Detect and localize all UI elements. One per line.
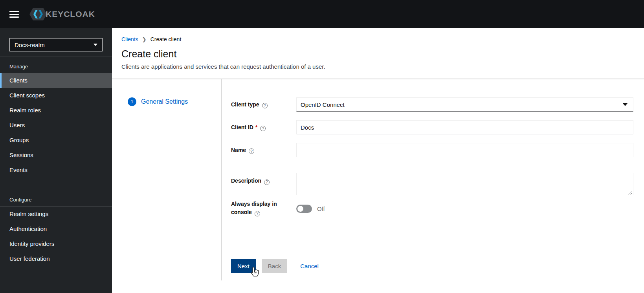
sidebar-item-client-scopes[interactable]: Client scopes bbox=[0, 88, 112, 103]
keycloak-logo-text: KEYCLOAK bbox=[46, 9, 95, 19]
sidebar-item-realm-settings[interactable]: Realm settings bbox=[0, 207, 112, 222]
required-asterisk: * bbox=[255, 124, 257, 130]
name-input[interactable] bbox=[296, 143, 633, 157]
next-button[interactable]: Next bbox=[231, 259, 256, 273]
sidebar: Docs-realm Manage Clients Client scopes … bbox=[0, 28, 112, 293]
help-icon[interactable]: ? bbox=[260, 126, 266, 131]
breadcrumb-chevron-icon: ❯ bbox=[142, 37, 147, 42]
sidebar-item-user-federation[interactable]: User federation bbox=[0, 251, 112, 266]
chevron-down-icon bbox=[623, 103, 627, 106]
always-display-label: Always display in console? bbox=[231, 200, 296, 216]
wizard-actions: Next Back Cancel bbox=[231, 259, 633, 273]
chevron-down-icon bbox=[94, 44, 97, 46]
masthead: KEYCLOAK bbox=[0, 0, 644, 28]
help-icon[interactable]: ? bbox=[255, 211, 260, 216]
name-label: Name? bbox=[231, 146, 296, 154]
back-button[interactable]: Back bbox=[262, 259, 287, 273]
menu-toggle-icon[interactable] bbox=[9, 11, 19, 18]
create-client-wizard: 1 General Settings Client type? OpenID C… bbox=[112, 79, 644, 293]
description-textarea[interactable] bbox=[296, 173, 633, 195]
client-type-label: Client type? bbox=[231, 101, 296, 109]
client-type-row: Client type? OpenID Connect bbox=[231, 97, 633, 112]
breadcrumb: Clients ❯ Create client bbox=[121, 36, 635, 42]
description-label: Description? bbox=[231, 173, 296, 185]
nav-section-configure: Configure bbox=[0, 190, 112, 206]
sidebar-item-groups[interactable]: Groups bbox=[0, 133, 112, 148]
step-number-badge: 1 bbox=[128, 97, 136, 106]
wizard-step-general-settings[interactable]: 1 General Settings bbox=[128, 97, 221, 106]
wizard-form-panel: Client type? OpenID Connect Client ID*? … bbox=[222, 79, 644, 293]
cancel-link[interactable]: Cancel bbox=[300, 263, 319, 269]
page-header: Clients ❯ Create client Create client Cl… bbox=[112, 28, 644, 70]
realm-selector[interactable]: Docs-realm bbox=[9, 38, 103, 51]
sidebar-item-identity-providers[interactable]: Identity providers bbox=[0, 236, 112, 251]
breadcrumb-current: Create client bbox=[150, 36, 182, 42]
main-content: Clients ❯ Create client Create client Cl… bbox=[112, 28, 644, 293]
wizard-steps-nav: 1 General Settings bbox=[112, 79, 222, 280]
help-icon[interactable]: ? bbox=[264, 179, 270, 185]
page-subtitle: Clients are applications and services th… bbox=[121, 63, 635, 70]
client-type-select[interactable]: OpenID Connect bbox=[296, 97, 633, 112]
keycloak-logo[interactable]: KEYCLOAK bbox=[29, 6, 95, 22]
sidebar-nav: Manage Clients Client scopes Realm roles… bbox=[0, 57, 112, 266]
toggle-state-label: Off bbox=[317, 205, 325, 212]
page-title: Create client bbox=[121, 48, 635, 60]
sidebar-item-events[interactable]: Events bbox=[0, 163, 112, 178]
help-icon[interactable]: ? bbox=[249, 148, 254, 154]
client-id-label: Client ID*? bbox=[231, 123, 296, 132]
client-type-value: OpenID Connect bbox=[301, 101, 345, 108]
realm-selector-value: Docs-realm bbox=[15, 42, 45, 48]
always-display-toggle[interactable] bbox=[296, 205, 312, 213]
description-row: Description? bbox=[231, 173, 633, 197]
sidebar-item-authentication[interactable]: Authentication bbox=[0, 222, 112, 236]
sidebar-item-clients[interactable]: Clients bbox=[0, 73, 112, 88]
always-display-row: Always display in console? Off bbox=[231, 200, 633, 217]
client-id-row: Client ID*? bbox=[231, 120, 633, 134]
step-label: General Settings bbox=[141, 98, 188, 105]
sidebar-item-realm-roles[interactable]: Realm roles bbox=[0, 103, 112, 118]
client-id-input[interactable] bbox=[296, 120, 633, 134]
name-row: Name? bbox=[231, 143, 633, 157]
breadcrumb-clients-link[interactable]: Clients bbox=[121, 36, 138, 42]
keycloak-logo-icon bbox=[29, 6, 47, 22]
nav-section-manage: Manage bbox=[0, 57, 112, 73]
sidebar-item-sessions[interactable]: Sessions bbox=[0, 148, 112, 163]
help-icon[interactable]: ? bbox=[262, 103, 268, 108]
sidebar-item-users[interactable]: Users bbox=[0, 118, 112, 133]
toggle-knob bbox=[297, 206, 303, 212]
